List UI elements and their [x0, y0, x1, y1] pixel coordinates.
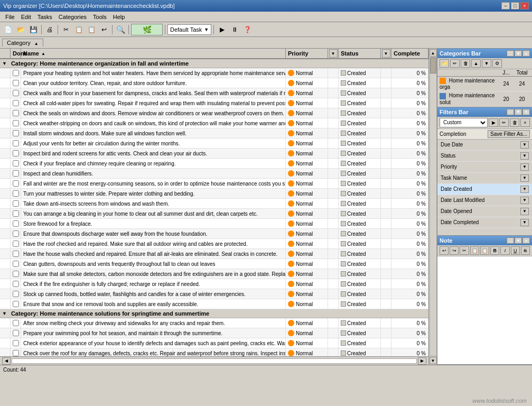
cats-del-btn[interactable]: 🗑 [461, 59, 470, 68]
filters-panel-btn-1[interactable]: □ [507, 109, 514, 115]
filter-del-btn[interactable]: 🗑 [510, 118, 519, 127]
task-done-0-22[interactable] [11, 289, 21, 299]
cats-up-btn[interactable]: ▲ [471, 59, 481, 68]
task-done-0-10[interactable] [11, 169, 21, 178]
filters-panel-btn-2[interactable]: ▼ [515, 109, 522, 115]
task-done-0-7[interactable] [11, 139, 21, 148]
note-panel-btn-3[interactable]: × [522, 237, 530, 244]
task-done-0-18[interactable] [11, 249, 21, 259]
scroll-up-btn[interactable]: ▲ [430, 49, 437, 57]
task-row-0-12[interactable]: Turn your mattresses to winter side. Pre… [0, 189, 428, 199]
note-undo[interactable]: ↩ [440, 246, 449, 255]
task-row-0-18[interactable]: Have the house walls checked and repaire… [0, 249, 428, 259]
task-done-0-13[interactable] [11, 199, 21, 208]
cats-panel-btn-2[interactable]: ▼ [515, 50, 522, 57]
note-italic[interactable]: I [500, 246, 509, 255]
scroll-track[interactable] [430, 57, 437, 356]
task-row-0-19[interactable]: Clean gutters, downspouts and vents freq… [0, 259, 428, 269]
task-done-0-19[interactable] [11, 259, 21, 269]
filter-taskname-btn[interactable]: ▼ [520, 174, 529, 182]
task-done-0-23[interactable] [11, 299, 21, 309]
cats-row-2[interactable]: Home maintenance solut 20 20 [437, 91, 532, 106]
table-scroll[interactable]: ▼ Category: Home maintenance organizatio… [0, 59, 428, 356]
task-row-0-1[interactable]: Clean your outdoor territory. Clean, rep… [0, 78, 428, 88]
toolbar-help[interactable]: ❓ [241, 24, 253, 35]
filters-panel-btn-3[interactable]: × [522, 109, 530, 115]
th-status[interactable]: Status [339, 49, 381, 58]
th-complete[interactable]: Complete [391, 49, 428, 58]
task-done-1-0[interactable] [11, 318, 21, 328]
toolbar-search[interactable]: 🔍 [115, 24, 126, 35]
toolbar-save[interactable]: 💾 [27, 24, 39, 35]
scroll-left[interactable]: ◀ [2, 357, 11, 365]
task-row-0-4[interactable]: Check the seals on windows and doors. Re… [0, 108, 428, 118]
task-row-0-16[interactable]: Ensure that downspouts discharge water w… [0, 229, 428, 239]
toolbar-new[interactable]: 📄 [2, 24, 14, 35]
task-done-0-20[interactable] [11, 269, 21, 279]
task-row-0-5[interactable]: Check weather-stripping on doors and cau… [0, 118, 428, 128]
cats-down-btn[interactable]: ▼ [482, 59, 491, 68]
task-done-1-3[interactable] [11, 348, 21, 356]
toolbar-paste[interactable]: 📋 [86, 24, 97, 35]
task-row-0-20[interactable]: Make sure that all smoke detectors, carb… [0, 269, 428, 279]
scroll-thumb[interactable] [430, 58, 436, 73]
task-done-0-16[interactable] [11, 229, 21, 238]
category-collapse-btn-0[interactable]: ▼ [2, 61, 7, 66]
filter-lastmodified-btn[interactable]: ▼ [520, 197, 529, 204]
cats-row-1[interactable]: Home maintenance orga 24 24 [437, 77, 532, 91]
menu-categories[interactable]: Categories [55, 13, 90, 21]
task-row-0-21[interactable]: Check if the fire extinguisher is fully … [0, 279, 428, 289]
task-done-0-4[interactable] [11, 108, 21, 118]
th-status-filter[interactable]: ▼ [381, 49, 391, 58]
task-row-0-10[interactable]: Inspect and clean humidifiers. Normal Cr… [0, 169, 428, 179]
toolbar-undo[interactable]: ↩ [98, 24, 110, 35]
task-row-1-3[interactable]: Check over the roof for any damages, def… [0, 348, 428, 356]
task-done-0-21[interactable] [11, 279, 21, 289]
note-strike[interactable]: S [521, 246, 530, 255]
task-done-0-5[interactable] [11, 118, 21, 128]
task-row-0-7[interactable]: Adjust your vents for better air circula… [0, 139, 428, 149]
note-content[interactable] [437, 256, 532, 364]
cats-new-btn[interactable]: 📁 [440, 59, 449, 68]
task-row-0-22[interactable]: Stock up canned foods, bottled water, fl… [0, 289, 428, 299]
filter-edit-btn[interactable]: ✏ [499, 118, 509, 127]
filter-dateopened-btn[interactable]: ▼ [520, 208, 529, 215]
toolbar-open[interactable]: 📂 [15, 24, 26, 35]
note-bold[interactable]: B [490, 246, 499, 255]
toolbar-print[interactable]: 🖨 [44, 24, 55, 35]
cats-edit-btn[interactable]: ✏ [450, 59, 460, 68]
filter-apply-btn[interactable]: ▶ [489, 118, 498, 127]
save-filter-btn[interactable]: Save Filter As... [488, 130, 530, 138]
task-done-0-17[interactable] [11, 239, 21, 248]
toolbar-icon1[interactable]: 🌿 [131, 24, 163, 35]
task-row-0-6[interactable]: Install storm windows and doors. Make su… [0, 128, 428, 139]
task-done-0-12[interactable] [11, 189, 21, 198]
task-row-0-8[interactable]: Inspect bird and rodent screens for atti… [0, 149, 428, 159]
th-priority[interactable]: Priority [286, 49, 328, 58]
task-done-0-3[interactable] [11, 98, 21, 108]
task-done-0-11[interactable] [11, 179, 21, 188]
th-priority-filter[interactable]: ▼ [328, 49, 339, 58]
category-row-0[interactable]: ▼ Category: Home maintenance organizatio… [0, 59, 428, 68]
toolbar-copy[interactable]: 📋 [73, 24, 85, 35]
th-name[interactable]: Name ▲ [21, 49, 286, 58]
cats-panel-btn-3[interactable]: × [522, 50, 530, 57]
task-row-0-2[interactable]: Check walls and floor in your basement f… [0, 88, 428, 98]
menu-tools[interactable]: Tools [90, 13, 110, 21]
maximize-button[interactable]: □ [511, 2, 519, 10]
task-row-1-2[interactable]: Check exterior appearance of your house … [0, 338, 428, 348]
task-row-1-1[interactable]: Prepare your swimming pool for hot seaso… [0, 328, 428, 338]
task-done-1-2[interactable] [11, 338, 21, 348]
task-done-1-1[interactable] [11, 328, 21, 338]
menu-help[interactable]: Help [110, 13, 128, 21]
filter-close-btn[interactable]: × [520, 118, 530, 127]
note-panel-btn-1[interactable]: □ [507, 237, 514, 244]
task-row-0-17[interactable]: Have the roof checked and repaired. Make… [0, 239, 428, 249]
task-done-0-15[interactable] [11, 219, 21, 228]
task-done-0-6[interactable] [11, 128, 21, 138]
scroll-right[interactable]: ▶ [418, 357, 426, 365]
cats-panel-btn-1[interactable]: □ [507, 50, 514, 57]
task-row-0-9[interactable]: Check if your fireplace and chimney requ… [0, 159, 428, 169]
scroll-down-btn[interactable]: ▼ [430, 357, 437, 364]
task-done-0-14[interactable] [11, 209, 21, 218]
